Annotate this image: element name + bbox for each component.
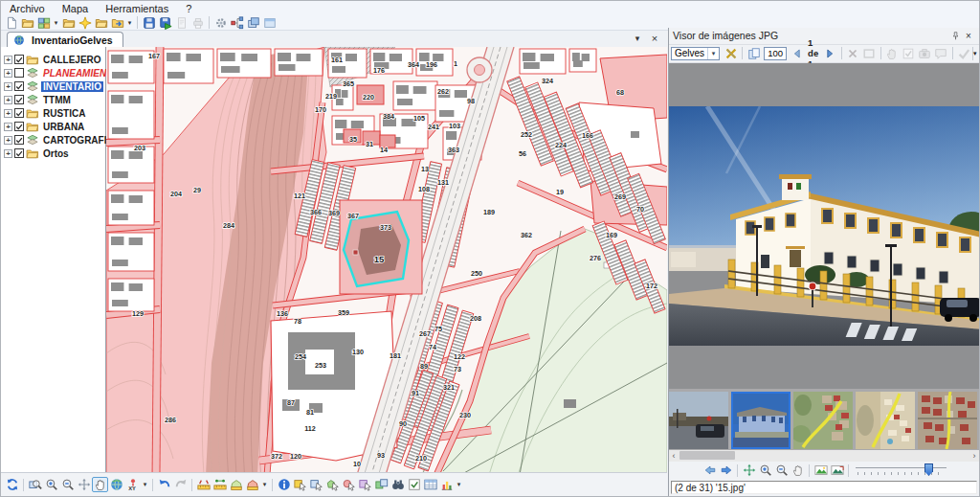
frame-icon[interactable] xyxy=(861,46,878,61)
map-window-collapse-button[interactable]: ▾ xyxy=(631,33,644,45)
measure-path-icon[interactable] xyxy=(212,477,228,492)
globe-icon[interactable] xyxy=(108,477,124,492)
zoom-in-icon[interactable] xyxy=(757,463,773,478)
copy-doc-icon[interactable] xyxy=(746,46,762,61)
next-image-button[interactable] xyxy=(822,46,838,61)
open-folder-icon[interactable] xyxy=(93,15,109,31)
cadastral-map[interactable]: 1671611763652192201703843531143641961262… xyxy=(106,47,667,472)
table-icon[interactable] xyxy=(422,477,438,492)
tree-expand-icon[interactable]: + xyxy=(4,149,12,158)
layer-visibility-checkbox[interactable] xyxy=(14,68,24,78)
scroll-right-icon[interactable]: › xyxy=(969,450,979,462)
xy-locator-icon[interactable]: XY xyxy=(124,477,141,492)
checkbox-tool-icon[interactable] xyxy=(406,477,422,492)
close-icon[interactable]: × xyxy=(962,30,975,42)
tree-item-urbana[interactable]: +URBANA xyxy=(1,120,105,133)
thumbnail-scrollbar[interactable]: ‹ › xyxy=(669,450,979,462)
pic-fit-icon[interactable] xyxy=(813,463,829,478)
select-polygon-icon[interactable] xyxy=(324,477,341,492)
select-point-icon[interactable] xyxy=(292,477,308,492)
undo-icon[interactable] xyxy=(156,477,172,492)
chevron-down-icon[interactable]: ▾ xyxy=(52,19,60,27)
tree-expand-icon[interactable]: + xyxy=(4,109,12,118)
menu-herramientas[interactable]: Herramientas xyxy=(97,3,177,14)
zoom-out-icon[interactable] xyxy=(773,463,790,478)
chart-icon[interactable] xyxy=(438,477,455,492)
printer-icon[interactable] xyxy=(189,15,206,31)
layer-visibility-checkbox[interactable] xyxy=(14,95,24,104)
tree-expand-icon[interactable]: + xyxy=(4,69,12,78)
layer-visibility-checkbox[interactable] xyxy=(14,108,24,118)
select-buffer-icon[interactable] xyxy=(357,477,373,492)
hand-icon[interactable] xyxy=(92,477,108,492)
move-tool-icon[interactable] xyxy=(741,463,757,478)
chevron-down-icon[interactable]: ▾ xyxy=(141,481,149,488)
tree-item-cartografia[interactable]: +CARTOGRAFIA xyxy=(1,133,105,147)
open-folder-icon[interactable] xyxy=(60,15,77,31)
tree-item-callejero[interactable]: +CALLEJERO xyxy=(1,53,105,66)
tree-item-inventario[interactable]: +INVENTARIO xyxy=(1,79,105,93)
zoom-value-input[interactable] xyxy=(764,47,787,60)
tree-item-rustica[interactable]: +RUSTICA xyxy=(1,106,105,120)
measure-shape-icon[interactable] xyxy=(244,477,260,492)
select-rect-icon[interactable] xyxy=(308,477,324,492)
menu-[interactable]: ? xyxy=(177,3,200,14)
layer-visibility-checkbox[interactable] xyxy=(14,135,24,145)
folder-export-icon[interactable] xyxy=(109,15,125,31)
select-circle-icon[interactable] xyxy=(341,477,357,492)
previous-image-button[interactable] xyxy=(789,46,805,61)
img-forward-icon[interactable] xyxy=(718,463,734,478)
menu-archivo[interactable]: Archivo xyxy=(1,3,54,14)
tools-icon[interactable] xyxy=(723,46,739,61)
refresh-icon[interactable] xyxy=(4,477,20,492)
tree-item-planeamiento[interactable]: +PLANEAMIENTO xyxy=(1,66,105,79)
hand-small-icon[interactable] xyxy=(790,463,806,478)
tree-item-ortos[interactable]: +Ortos xyxy=(1,147,105,160)
measure-distance-icon[interactable] xyxy=(195,477,212,492)
new-document-icon[interactable] xyxy=(3,15,19,31)
save-icon[interactable] xyxy=(141,15,157,31)
copy-selection-icon[interactable] xyxy=(373,477,390,492)
hand-cursor-icon[interactable] xyxy=(884,46,901,61)
layer-visibility-checkbox[interactable] xyxy=(14,81,24,91)
layer-visibility-checkbox[interactable] xyxy=(14,148,24,158)
chevron-down-icon[interactable]: ▾ xyxy=(455,481,463,488)
map-view[interactable]: 1671611763652192201703843531143641961262… xyxy=(106,47,667,472)
scroll-left-icon[interactable]: ‹ xyxy=(669,450,679,462)
layer-visibility-checkbox[interactable] xyxy=(14,55,24,64)
menu-mapa[interactable]: Mapa xyxy=(54,3,98,14)
check-small-icon[interactable] xyxy=(901,46,917,61)
img-back-icon[interactable] xyxy=(702,463,718,478)
gear-icon[interactable] xyxy=(212,15,229,31)
save-export-icon[interactable] xyxy=(157,15,173,31)
pan-icon[interactable] xyxy=(76,477,92,492)
chevron-down-icon[interactable]: ▾ xyxy=(260,481,269,488)
scrollbar-thumb[interactable] xyxy=(679,451,735,460)
check-big-icon[interactable] xyxy=(956,46,972,61)
chevron-down-icon[interactable]: ▾ xyxy=(125,19,134,27)
zoom-window-icon[interactable] xyxy=(27,477,43,492)
map-window-close-button[interactable]: × xyxy=(648,33,661,45)
window-1-icon[interactable] xyxy=(261,15,278,31)
zoom-out-icon[interactable] xyxy=(59,477,76,492)
pic-actual-icon[interactable] xyxy=(829,463,845,478)
add-layer-icon[interactable] xyxy=(77,15,93,31)
tree-expand-icon[interactable]: + xyxy=(4,56,12,64)
windows-2-icon[interactable] xyxy=(245,15,261,31)
tree-expand-icon[interactable]: + xyxy=(4,123,12,131)
info-icon[interactable] xyxy=(276,477,292,492)
thumbnail-aerial-photo[interactable] xyxy=(918,392,977,449)
municipality-combobox[interactable]: Gelves ▾ xyxy=(671,47,720,60)
pin-icon[interactable] xyxy=(948,30,962,42)
redo-icon[interactable] xyxy=(172,477,189,492)
photo-zoom-slider[interactable] xyxy=(856,463,947,477)
measure-area-icon[interactable] xyxy=(228,477,244,492)
map-tiles-icon[interactable] xyxy=(35,15,52,31)
toolbar-overflow-button[interactable]: ▾ xyxy=(972,47,977,60)
network-icon[interactable] xyxy=(229,15,245,31)
photo-display-area[interactable] xyxy=(669,63,979,389)
binoculars-icon[interactable] xyxy=(390,477,406,492)
layer-visibility-checkbox[interactable] xyxy=(14,122,24,131)
tree-item-ttmm[interactable]: +TTMM xyxy=(1,93,105,106)
tab-inventario-gelves[interactable]: InventarioGelves xyxy=(7,32,123,48)
